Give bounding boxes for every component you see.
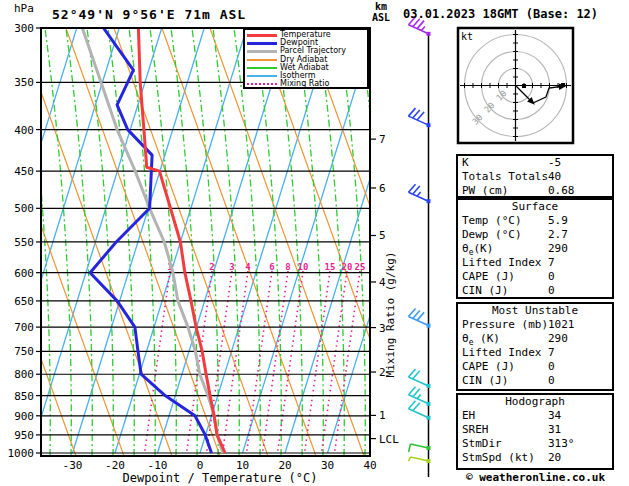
legend-swatch <box>247 50 277 53</box>
index-value: 40 <box>548 170 561 184</box>
copyright: © weatheronline.co.uk <box>448 471 623 484</box>
index-value: 31 <box>548 423 561 437</box>
mixing-ratio-value-label: 10 <box>298 262 309 272</box>
index-value: 7 <box>548 346 555 360</box>
index-row: Pressure (mb)1021 <box>458 318 612 332</box>
pressure-tick-label: 600 <box>14 267 34 280</box>
index-value: 2.7 <box>548 228 568 242</box>
mixing-ratio-value-label: 15 <box>325 262 336 272</box>
index-row: StmSpd (kt)20 <box>458 451 612 465</box>
index-row: CIN (J)0 <box>458 374 612 388</box>
wind-barb-staff <box>411 457 429 461</box>
isotherm-line <box>158 28 290 453</box>
km-tick-label: 7 <box>379 133 386 146</box>
pressure-tick-label: 900 <box>14 410 34 423</box>
legend-item-label: Mixing Ratio <box>280 80 329 88</box>
wind-barb <box>409 369 431 388</box>
index-value: 0 <box>548 270 555 284</box>
index-row: θe (K)290 <box>458 332 612 346</box>
index-row: θe(K)290 <box>458 242 612 256</box>
wet-adiabat-line <box>423 28 449 456</box>
mixing-ratio-line <box>223 271 248 453</box>
index-row: EH34 <box>458 409 612 423</box>
legend-swatch <box>247 75 277 77</box>
temp-tick-label: -30 <box>63 459 83 472</box>
legend-item: Mixing Ratio <box>247 80 367 88</box>
surface-title: Surface <box>458 200 612 214</box>
pressure-tick-label: 400 <box>14 124 34 137</box>
wind-barb-staff <box>409 409 429 418</box>
wind-barb-tick <box>417 192 421 196</box>
lcl-label: LCL <box>379 433 399 446</box>
wet-adiabat-line <box>402 28 428 456</box>
pressure-tick-label: 800 <box>14 368 34 381</box>
index-label: K <box>462 156 469 169</box>
index-value: 34 <box>548 409 561 423</box>
index-row: Totals Totals40 <box>458 170 612 184</box>
hodograph-indices-box: Hodograph EH34SREH31StmDir313°StmSpd (kt… <box>456 393 614 470</box>
wind-barb-tick <box>409 457 411 461</box>
wind-barb <box>409 444 431 452</box>
parcel_trajectory-trace <box>82 28 223 453</box>
wind-barb <box>409 108 431 127</box>
index-row: CAPE (J)0 <box>458 270 612 284</box>
pressure-tick-label: 350 <box>14 76 34 89</box>
km-axis-label: km <box>375 1 387 12</box>
index-label: Dewp (°C) <box>462 228 522 241</box>
index-label: θe(K) <box>462 242 493 255</box>
mixing-ratio-line <box>263 271 288 453</box>
pressure-tick-label: 1000 <box>8 447 35 460</box>
hodograph-marker <box>522 84 526 88</box>
hodograph-unit-label: kt <box>461 31 473 42</box>
wind-barb-staff <box>409 377 429 386</box>
pressure-tick-label: 750 <box>14 345 34 358</box>
pressure-tick-label: 500 <box>14 202 34 215</box>
legend: TemperatureDewpointParcel TrajectoryDry … <box>243 28 369 89</box>
index-value: 0.68 <box>548 184 575 198</box>
km-tick-label: 1 <box>379 409 386 422</box>
index-value: 290 <box>548 332 568 346</box>
hodograph-marker <box>561 83 565 87</box>
index-label: CIN (J) <box>462 284 508 297</box>
temp-tick-label: 40 <box>363 459 376 472</box>
index-label: Lifted Index <box>462 346 541 359</box>
mixing-ratio-line <box>305 271 330 453</box>
index-row: Temp (°C)5.9 <box>458 214 612 228</box>
mixing-ratio-value-label: 8 <box>285 262 290 272</box>
index-value: 0 <box>548 374 555 388</box>
index-row: PW (cm)0.68 <box>458 184 612 198</box>
index-label: Temp (°C) <box>462 214 522 227</box>
index-label: StmSpd (kt) <box>462 451 535 464</box>
pressure-tick-label: 650 <box>14 295 34 308</box>
asl-axis-label: ASL <box>372 12 390 23</box>
x-axis-title: Dewpoint / Temperature (°C) <box>105 471 335 485</box>
index-label: EH <box>462 409 475 422</box>
index-label: StmDir <box>462 437 502 450</box>
hodograph-indices-title: Hodograph <box>458 395 612 409</box>
wind-barb <box>409 184 431 203</box>
index-value: 313° <box>548 437 575 451</box>
index-value: 290 <box>548 242 568 256</box>
pressure-tick-label: 550 <box>14 236 34 249</box>
index-label: PW (cm) <box>462 184 508 197</box>
index-label: SREH <box>462 423 489 436</box>
mixing-ratio-value-label: 25 <box>355 262 366 272</box>
wind-barb <box>409 309 431 328</box>
surface-box: Surface Temp (°C)5.9Dewp (°C)2.7θe(K)290… <box>456 198 614 299</box>
legend-swatch <box>247 34 277 37</box>
legend-swatch <box>247 67 277 69</box>
km-tick-label: 6 <box>379 182 386 195</box>
wind-barb-tick <box>421 27 425 31</box>
index-label: CAPE (J) <box>462 360 515 373</box>
isotherm-line <box>200 28 332 453</box>
index-value: 0 <box>548 284 555 298</box>
wind-barb-tick <box>409 444 411 452</box>
index-row: StmDir313° <box>458 437 612 451</box>
index-value: -5 <box>548 156 561 170</box>
index-row: SREH31 <box>458 423 612 437</box>
pressure-tick-label: 300 <box>14 22 34 35</box>
index-value: 7 <box>548 256 555 270</box>
index-value: 1021 <box>548 318 575 332</box>
index-label: Totals Totals <box>462 170 548 183</box>
index-label: Lifted Index <box>462 256 541 269</box>
